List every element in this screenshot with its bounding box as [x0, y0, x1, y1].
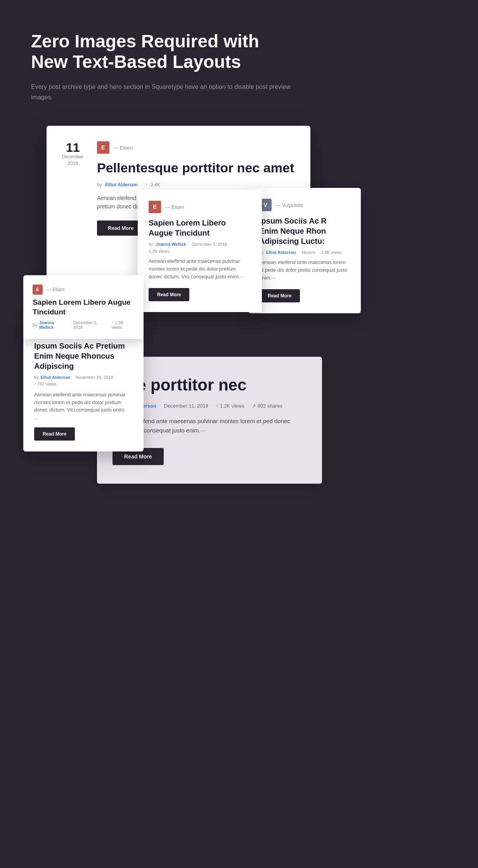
- date-block: 11 December2018: [62, 141, 83, 167]
- card3-meta: by Elliot Alderson · Novem · 2.8K views: [259, 250, 350, 255]
- main-post-meta: by Elliot Alderson · ↑ 2.4K: [97, 182, 295, 187]
- card2-author: Joanna Wellick: [156, 242, 186, 247]
- card2-author-tag: E — Etiam: [149, 201, 251, 213]
- card-medium: E — Etiam Sapien Lorem Libero Augue Tinc…: [138, 190, 262, 312]
- card2-read-more-button[interactable]: Read More: [149, 288, 189, 301]
- card-right: V — Vulputate Ipsum Sociis Ac REnim Nequ…: [248, 188, 361, 313]
- card3-views: 2.8K views: [321, 250, 342, 255]
- card3-excerpt: Aenean eleifend ante maecenas lorem et p…: [259, 259, 350, 282]
- bottom-left-title: Ipsum Sociis Ac Pretium Enim Neque Rhonc…: [34, 341, 133, 371]
- card3-author: Elliot Alderson: [266, 250, 296, 255]
- card3-author-tag: V — Vulputate: [259, 199, 350, 211]
- bottom-left-read-more-button[interactable]: Read More: [34, 427, 75, 441]
- hero-description: Every post archive type and hero section…: [31, 82, 295, 102]
- list-avatar: E: [33, 285, 43, 295]
- card2-category: — Etiam: [165, 204, 184, 210]
- card2-excerpt: Aenean eleifend ante maecenas pulvinar m…: [149, 257, 251, 281]
- views-icon: ↑: [145, 182, 147, 187]
- list-author-tag: E — Etiam: [33, 285, 134, 295]
- list-title: Sapien Lorem Libero Augue Tincidunt: [33, 298, 134, 317]
- demo-container: 11 December2018 E — Etiam Pellentesque p…: [23, 126, 455, 533]
- list-category: — Etiam: [47, 287, 64, 292]
- bottom-left-meta: by Elliot Alderson · November 24, 2018 ·…: [34, 375, 133, 386]
- card3-title: Ipsum Sociis Ac REnim Neque RhonAdipisci…: [259, 216, 350, 246]
- by-label: by: [97, 182, 102, 187]
- date-day: 11: [62, 141, 83, 154]
- list-meta: by Joanna Wellick · December 5, 2018 · ↑…: [33, 320, 134, 330]
- card2-meta: by Joanna Wellick · December 5, 2018 · 1…: [149, 242, 251, 253]
- card-list-left: E — Etiam Sapien Lorem Libero Augue Tinc…: [23, 275, 144, 339]
- hero-section: Zero Images Required with New Text-Based…: [31, 31, 447, 102]
- author-tag: E — Etiam: [97, 141, 295, 154]
- author-avatar: E: [97, 141, 109, 154]
- card2-views: 1.2K views: [149, 249, 169, 253]
- main-author-name: Elliot Alderson: [105, 182, 138, 187]
- card3-category: — Vulputate: [275, 202, 303, 208]
- date-month-year: December2018: [62, 154, 83, 167]
- main-views: 2.4K: [151, 182, 160, 187]
- card2-avatar: E: [149, 201, 161, 213]
- bottom-left-author: Elliot Alderson: [41, 375, 71, 380]
- card2-title: Sapien Lorem Libero Augue Tincidunt: [149, 218, 251, 238]
- list-author: Joanna Wellick: [39, 320, 68, 330]
- page-title: Zero Images Required with New Text-Based…: [31, 31, 264, 72]
- card3-read-more-button[interactable]: Read More: [259, 289, 300, 302]
- bottom-left-excerpt: Aenean eleifend ante maecenas pulvinar m…: [34, 391, 133, 421]
- author-category: — Etiam: [113, 145, 133, 151]
- main-post-title: Pellentesque porttitor nec amet: [97, 160, 295, 176]
